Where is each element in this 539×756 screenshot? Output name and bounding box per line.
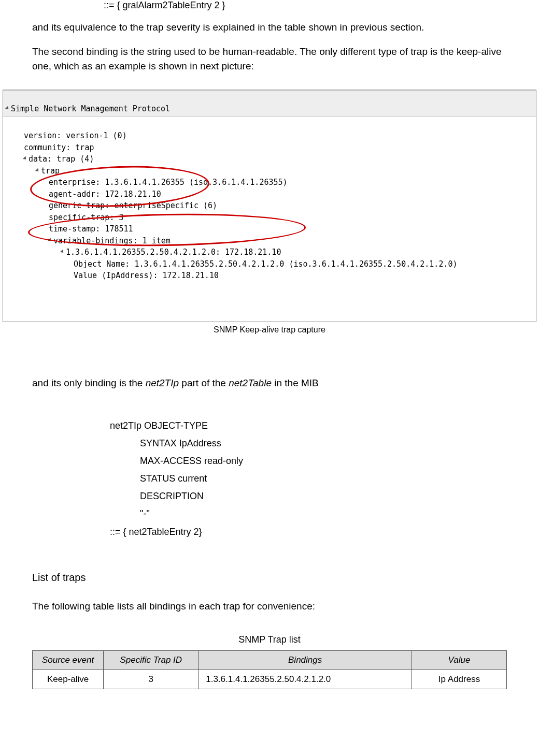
cell-value: Ip Address bbox=[412, 670, 507, 689]
capture-line: 1.3.6.1.4.1.26355.2.50.4.2.1.2.0: 172.18… bbox=[6, 248, 281, 257]
mib-line: ::= { net2TableEntry 2} bbox=[110, 523, 507, 541]
mib-line: MAX-ACCESS read-only bbox=[140, 452, 507, 470]
capture-line: data: trap (4) bbox=[6, 154, 94, 164]
capture-line: agent-addr: 172.18.21.10 bbox=[6, 190, 161, 199]
capture-caption: SNMP Keep-alive trap capture bbox=[0, 325, 539, 335]
paragraph-3: and its only binding is the net2TIp part… bbox=[32, 376, 507, 391]
table-row: Keep-alive 3 1.3.6.1.4.1.26355.2.50.4.2.… bbox=[33, 670, 507, 689]
mib-line: DESCRIPTION bbox=[140, 487, 507, 505]
th-value: Value bbox=[412, 651, 507, 670]
table-caption: SNMP Trap list bbox=[32, 634, 507, 645]
paragraph-2: The second binding is the string used to… bbox=[32, 45, 507, 74]
capture-line: variable-bindings: 1 item bbox=[6, 236, 171, 245]
trap-table: Source event Specific Trap ID Bindings V… bbox=[32, 650, 507, 689]
th-trap-id: Specific Trap ID bbox=[104, 651, 198, 670]
top-code-fragment: ::= { gralAlarm2TableEntry 2 } bbox=[104, 0, 539, 11]
mib-line: "-" bbox=[140, 505, 507, 522]
expand-icon bbox=[5, 106, 10, 110]
capture-line: enterprise: 1.3.6.1.4.1.26355 (iso.3.6.1… bbox=[6, 178, 288, 187]
cell-bindings: 1.3.6.1.4.1.26355.2.50.4.2.1.2.0 bbox=[198, 670, 412, 689]
cell-trap-id: 3 bbox=[104, 670, 198, 689]
th-source-event: Source event bbox=[33, 651, 104, 670]
expand-icon bbox=[60, 249, 65, 254]
capture-line: generic-trap: enterpriseSpecific (6) bbox=[6, 201, 217, 210]
section-heading: List of traps bbox=[32, 572, 507, 584]
mib-line: net2TIp OBJECT-TYPE bbox=[110, 417, 507, 434]
paragraph-1: and its equivalence to the trap severity… bbox=[32, 20, 507, 35]
expand-icon bbox=[35, 168, 40, 172]
capture-line: Object Name: 1.3.6.1.4.1.26355.2.50.4.2.… bbox=[6, 259, 458, 269]
capture-title: Simple Network Management Protocol bbox=[11, 104, 170, 113]
capture-line: Value (IpAddress): 172.18.21.10 bbox=[6, 271, 219, 280]
packet-capture-box: Simple Network Management Protocol versi… bbox=[3, 90, 536, 323]
cell-source-event: Keep-alive bbox=[33, 670, 104, 689]
mib-definition: net2TIp OBJECT-TYPE SYNTAX IpAddress MAX… bbox=[110, 417, 507, 541]
capture-line: trap bbox=[6, 166, 60, 176]
expand-icon bbox=[48, 238, 52, 242]
th-bindings: Bindings bbox=[198, 651, 412, 670]
capture-line: time-stamp: 178511 bbox=[6, 224, 133, 234]
mib-line: STATUS current bbox=[140, 470, 507, 487]
capture-line: community: trap bbox=[6, 143, 94, 152]
expand-icon bbox=[23, 156, 27, 161]
mib-line: SYNTAX IpAddress bbox=[140, 434, 507, 452]
capture-line: version: version-1 (0) bbox=[6, 131, 127, 140]
capture-line: specific-trap: 3 bbox=[6, 213, 124, 222]
paragraph-4: The following table lists all bindings i… bbox=[32, 599, 507, 614]
